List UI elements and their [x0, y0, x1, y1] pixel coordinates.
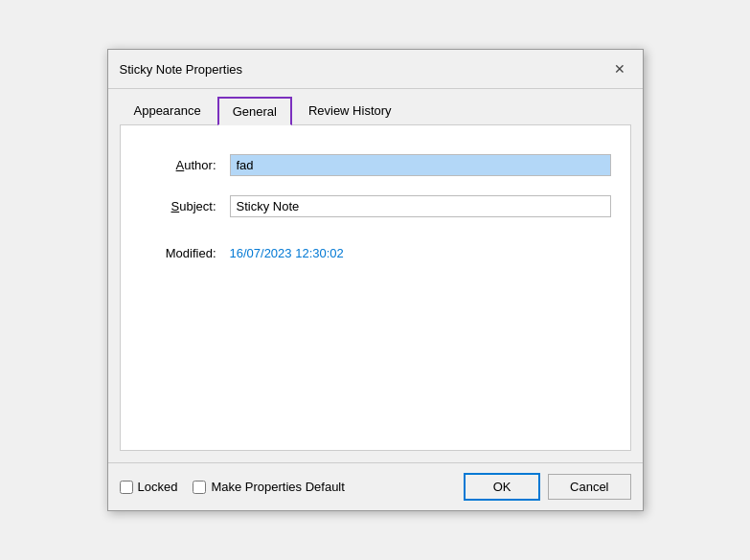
author-row: Author:	[140, 154, 611, 176]
dialog-body: Appearance General Review History Author…	[108, 89, 643, 462]
make-default-checkbox[interactable]	[193, 481, 206, 494]
make-default-checkbox-group: Make Properties Default	[193, 480, 344, 494]
ok-button[interactable]: OK	[464, 473, 540, 501]
close-button[interactable]: ✕	[608, 57, 631, 80]
tab-content-general: Author: Subject: Modified: 16/07/2023 12…	[120, 125, 631, 451]
author-label: Author:	[140, 158, 216, 172]
tab-bar: Appearance General Review History	[120, 97, 631, 125]
author-input[interactable]	[230, 154, 611, 176]
tab-review-history[interactable]: Review History	[294, 97, 406, 124]
subject-row: Subject:	[140, 195, 611, 217]
modified-value: 16/07/2023 12:30:02	[230, 246, 344, 260]
title-bar: Sticky Note Properties ✕	[108, 50, 643, 89]
cancel-button[interactable]: Cancel	[548, 474, 630, 500]
tab-general[interactable]: General	[217, 97, 292, 125]
modified-label: Modified:	[140, 246, 216, 260]
modified-row: Modified: 16/07/2023 12:30:02	[140, 246, 611, 260]
locked-checkbox-group: Locked	[120, 480, 178, 494]
make-default-label[interactable]: Make Properties Default	[211, 480, 344, 494]
dialog-title: Sticky Note Properties	[120, 62, 243, 77]
subject-input[interactable]	[230, 195, 611, 217]
sticky-note-properties-dialog: Sticky Note Properties ✕ Appearance Gene…	[107, 49, 644, 511]
locked-label[interactable]: Locked	[138, 480, 178, 494]
tab-appearance[interactable]: Appearance	[120, 97, 216, 124]
dialog-footer: Locked Make Properties Default OK Cancel	[108, 462, 643, 510]
subject-label: Subject:	[140, 199, 216, 213]
locked-checkbox[interactable]	[120, 481, 133, 494]
